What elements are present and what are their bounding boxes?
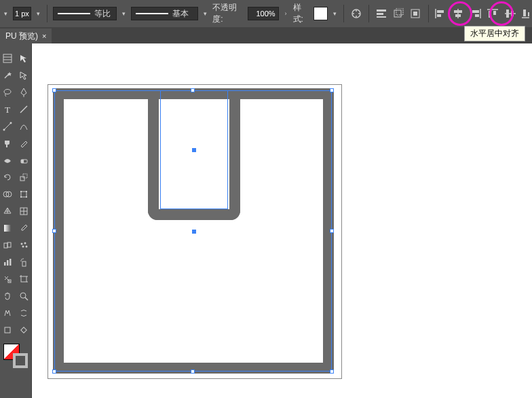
svg-rect-71 <box>21 276 26 282</box>
svg-rect-56 <box>4 225 11 232</box>
svg-rect-6 <box>377 13 383 15</box>
tool-texture[interactable] <box>0 50 16 67</box>
tool-glyph1[interactable] <box>0 305 16 321</box>
svg-rect-48 <box>26 191 27 192</box>
tab-title: PU 预览) <box>5 31 38 42</box>
selection-handle[interactable] <box>52 369 56 374</box>
isolate-icon[interactable] <box>409 6 423 21</box>
tool-line[interactable] <box>0 118 16 134</box>
svg-rect-5 <box>377 10 386 12</box>
align-top-icon[interactable] <box>486 6 499 21</box>
document-tab[interactable]: PU 预览) × <box>0 29 52 43</box>
center-anchor <box>192 230 196 234</box>
svg-rect-29 <box>528 12 529 16</box>
tool-zoom[interactable] <box>16 288 32 304</box>
options-bar: ▾ 1 px ▾ 等比 ▾ 基本 ▾ 不透明度: 100% › 样式: ▾ <box>0 0 532 27</box>
separator <box>368 5 369 22</box>
style-dropdown[interactable]: ▾ <box>332 7 338 20</box>
profile-dropdown[interactable]: ▾ <box>202 7 208 20</box>
svg-point-59 <box>20 243 22 245</box>
tool-shape-builder[interactable] <box>0 186 16 202</box>
svg-rect-17 <box>455 14 461 17</box>
svg-rect-19 <box>472 10 479 13</box>
tool-diamond[interactable] <box>16 322 32 338</box>
tool-direct[interactable] <box>16 67 32 84</box>
svg-text:T: T <box>5 105 10 114</box>
transform-icon[interactable] <box>392 6 405 21</box>
graphic-style-swatch[interactable] <box>314 7 328 20</box>
tool-hand[interactable] <box>0 288 16 304</box>
selection-handle[interactable] <box>330 88 334 92</box>
recolor-icon[interactable] <box>349 6 363 21</box>
close-icon[interactable]: × <box>42 32 46 40</box>
svg-rect-50 <box>26 196 27 198</box>
tool-wand[interactable] <box>0 67 16 84</box>
tool-pen[interactable] <box>16 84 32 101</box>
tool-scale[interactable] <box>16 169 32 185</box>
tool-square[interactable] <box>0 322 16 338</box>
tool-pencil[interactable] <box>16 135 32 151</box>
align-bottom-icon[interactable] <box>521 6 529 21</box>
tool-segment[interactable] <box>16 101 32 117</box>
dash-style[interactable]: 等比 <box>53 7 117 20</box>
align-hcenter-icon[interactable] <box>451 6 465 21</box>
tool-curvature[interactable] <box>16 118 32 134</box>
stroke-dropdown-glyph[interactable]: ▾ <box>3 7 9 20</box>
selection-handle[interactable] <box>191 88 195 92</box>
svg-point-61 <box>22 246 24 248</box>
stroke-weight-value[interactable]: 1 px <box>13 7 31 20</box>
align-left-icon[interactable] <box>434 6 448 21</box>
stroke-profile[interactable]: 基本 <box>131 7 199 20</box>
center-anchor <box>192 148 196 152</box>
profile-label: 基本 <box>172 8 189 20</box>
svg-rect-47 <box>20 191 22 192</box>
tool-width[interactable] <box>0 152 16 168</box>
svg-point-69 <box>20 260 22 261</box>
tools-panel: T <box>0 43 32 398</box>
tool-free-transform[interactable] <box>16 186 32 202</box>
document-tab-row: PU 预览) × <box>0 27 532 43</box>
align-prefs-icon[interactable] <box>375 6 388 21</box>
align-right-icon[interactable] <box>469 6 482 21</box>
fill-stroke-indicator[interactable] <box>3 344 28 368</box>
selection-handle[interactable] <box>330 229 334 233</box>
align-vcenter-icon[interactable] <box>504 6 517 21</box>
tool-lasso[interactable] <box>0 84 16 101</box>
svg-rect-26 <box>511 11 514 16</box>
tool-eyedrop[interactable] <box>16 220 32 236</box>
svg-point-1 <box>356 10 357 12</box>
tool-slice[interactable] <box>0 271 16 287</box>
svg-rect-16 <box>454 10 462 13</box>
tool-gradient[interactable] <box>0 220 16 236</box>
tool-mesh[interactable] <box>16 203 32 219</box>
svg-point-38 <box>3 129 5 131</box>
opacity-dropdown[interactable]: › <box>283 7 289 20</box>
selection-handle[interactable] <box>330 369 334 374</box>
svg-point-33 <box>4 90 11 94</box>
tool-perspective[interactable] <box>0 203 16 219</box>
tool-eraser[interactable] <box>16 152 32 168</box>
svg-rect-42 <box>20 177 24 181</box>
tool-artboard[interactable] <box>16 271 32 287</box>
separator <box>47 5 48 22</box>
tool-type[interactable]: T <box>0 101 16 117</box>
svg-rect-41 <box>21 160 24 163</box>
svg-line-36 <box>20 106 27 113</box>
tool-arrow[interactable] <box>16 50 32 67</box>
tool-glyph2[interactable] <box>16 305 32 321</box>
selection-handle[interactable] <box>52 88 56 92</box>
dash-dropdown[interactable]: ▾ <box>121 7 127 20</box>
tool-blend[interactable] <box>0 237 16 253</box>
stroke-weight-dropdown[interactable]: ▾ <box>35 7 41 20</box>
selection-handle[interactable] <box>52 229 56 233</box>
tool-spray[interactable] <box>16 254 32 270</box>
tool-column[interactable] <box>0 254 16 270</box>
svg-rect-58 <box>7 242 11 247</box>
svg-point-60 <box>24 242 26 245</box>
tool-paint[interactable] <box>0 135 16 151</box>
tool-rotate[interactable] <box>0 169 16 185</box>
selection-handle[interactable] <box>191 369 195 374</box>
separator <box>428 5 429 22</box>
tool-symbol[interactable] <box>16 237 32 253</box>
opacity-value[interactable]: 100% <box>248 7 279 20</box>
